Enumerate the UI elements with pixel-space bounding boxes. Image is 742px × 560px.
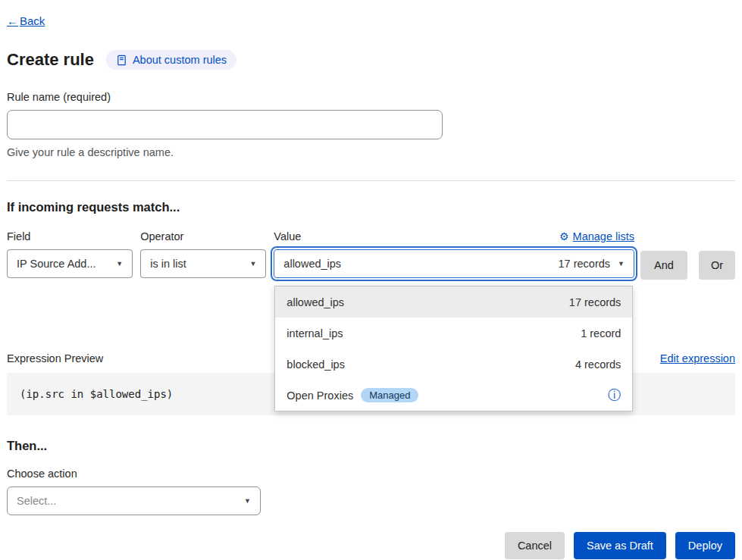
field-column: Field IP Source Add... ▼ [7, 230, 133, 278]
list-dropdown-menu: allowed_ips 17 records internal_ips 1 re… [274, 286, 633, 411]
about-custom-rules-link[interactable]: About custom rules [106, 50, 236, 70]
section-divider [7, 180, 735, 181]
manage-lists-label: Manage lists [573, 230, 634, 242]
operator-selected-value: is in list [150, 258, 186, 270]
back-arrow-icon: ← [7, 14, 18, 27]
rule-name-input[interactable] [7, 110, 443, 139]
footer-actions: Cancel Save as Draft Deploy [7, 532, 735, 559]
list-item-name: blocked_ips [286, 358, 345, 371]
chevron-down-icon: ▼ [249, 260, 256, 267]
operator-select[interactable]: is in list ▼ [140, 249, 266, 278]
list-item-name: Open Proxies [286, 389, 353, 402]
back-label: Back [20, 14, 45, 27]
list-item-open-proxies[interactable]: Open Proxies Managed ⓘ [275, 380, 632, 411]
title-row: Create rule About custom rules [7, 50, 735, 70]
operator-label: Operator [140, 230, 266, 242]
deploy-button[interactable]: Deploy [675, 532, 735, 559]
list-item-left: Open Proxies Managed [286, 388, 418, 402]
value-header: Value ⚙ Manage lists [274, 230, 634, 242]
list-item-internal-ips[interactable]: internal_ips 1 record [275, 318, 632, 349]
gear-icon: ⚙ [559, 230, 569, 242]
then-section-heading: Then... [7, 439, 735, 453]
list-item-name: allowed_ips [286, 296, 344, 308]
list-item-allowed-ips[interactable]: allowed_ips 17 records [275, 286, 632, 318]
rule-name-label: Rule name (required) [7, 91, 735, 103]
list-item-name: internal_ips [286, 327, 343, 339]
list-item-blocked-ips[interactable]: blocked_ips 4 records [275, 349, 632, 380]
value-label: Value [274, 230, 301, 242]
info-icon[interactable]: ⓘ [608, 389, 621, 402]
or-button[interactable]: Or [699, 251, 735, 280]
back-link[interactable]: ←Back [7, 14, 45, 27]
value-select[interactable]: allowed_ips 17 records ▼ [274, 249, 634, 278]
rule-name-helper-text: Give your rule a descriptive name. [7, 146, 735, 158]
book-icon [116, 55, 127, 66]
about-custom-rules-label: About custom rules [133, 54, 227, 66]
choose-action-label: Choose action [7, 468, 735, 480]
value-column: Value ⚙ Manage lists allowed_ips 17 reco… [274, 230, 634, 278]
chevron-down-icon: ▼ [116, 260, 123, 267]
chevron-down-icon: ▼ [244, 497, 251, 505]
action-select[interactable]: Select... ▼ [7, 486, 261, 515]
field-selected-value: IP Source Add... [17, 258, 96, 270]
match-condition-row: Field IP Source Add... ▼ Operator is in … [7, 230, 735, 280]
list-item-detail: 1 record [581, 327, 621, 339]
value-select-right: 17 records ▼ [559, 258, 625, 270]
create-rule-page: ←Back Create rule About custom rules Rul… [0, 0, 742, 560]
value-selected-value: allowed_ips [283, 258, 341, 270]
operator-column: Operator is in list ▼ [140, 230, 266, 278]
cancel-button[interactable]: Cancel [505, 532, 565, 559]
manage-lists-link[interactable]: ⚙ Manage lists [559, 230, 634, 242]
page-title: Create rule [7, 50, 94, 70]
save-as-draft-button[interactable]: Save as Draft [574, 532, 666, 559]
field-label: Field [7, 230, 133, 242]
managed-badge: Managed [361, 388, 418, 402]
list-item-detail: 17 records [569, 296, 621, 308]
list-item-detail: 4 records [575, 358, 621, 371]
field-select[interactable]: IP Source Add... ▼ [7, 249, 133, 278]
and-button[interactable]: And [640, 251, 687, 280]
chevron-down-icon: ▼ [618, 260, 625, 267]
action-placeholder: Select... [17, 495, 56, 507]
match-section-heading: If incoming requests match... [7, 200, 735, 214]
value-records-count: 17 records [559, 258, 611, 270]
expression-preview-label: Expression Preview [7, 352, 103, 364]
and-or-buttons: And Or [640, 230, 735, 280]
edit-expression-link[interactable]: Edit expression [660, 352, 735, 364]
